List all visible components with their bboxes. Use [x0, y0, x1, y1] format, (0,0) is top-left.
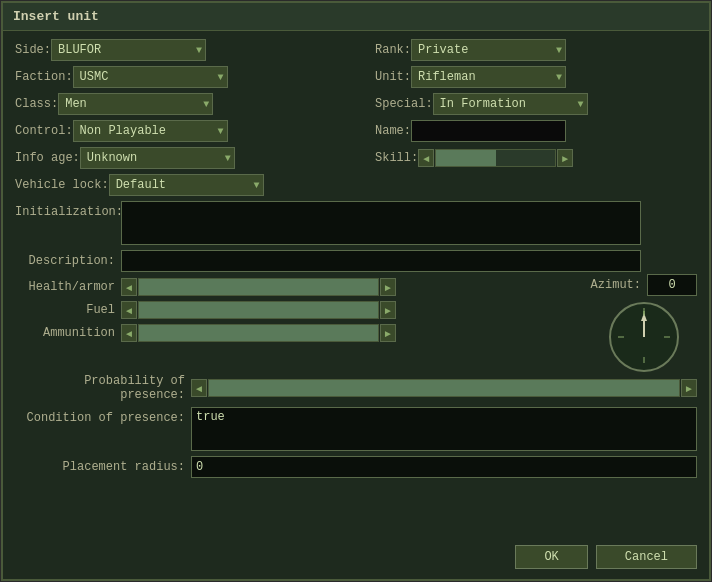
- cancel-button[interactable]: Cancel: [596, 545, 697, 569]
- special-select[interactable]: In Formation: [433, 93, 588, 115]
- ammunition-fill: [139, 325, 378, 341]
- placement-input[interactable]: [191, 456, 697, 478]
- rank-select[interactable]: Private: [411, 39, 566, 61]
- skill-increase-button[interactable]: ►: [557, 149, 573, 167]
- dialog-title-bar: Insert unit: [3, 3, 709, 31]
- ammunition-increase-button[interactable]: ►: [380, 324, 396, 342]
- probability-slider-container: ◄ ►: [191, 379, 697, 397]
- faction-select-wrapper: USMC ▼: [73, 66, 228, 88]
- description-label: Description:: [15, 250, 115, 268]
- fuel-slider-container: ◄ ►: [121, 301, 396, 319]
- rank-select-wrapper: Private ▼: [411, 39, 566, 61]
- fuel-fill: [139, 302, 378, 318]
- description-input[interactable]: [121, 250, 641, 272]
- fuel-label: Fuel: [15, 303, 115, 317]
- fuel-increase-button[interactable]: ►: [380, 301, 396, 319]
- probability-decrease-button[interactable]: ◄: [191, 379, 207, 397]
- ok-button[interactable]: OK: [515, 545, 587, 569]
- azimut-input[interactable]: [647, 274, 697, 296]
- azimut-label: Azimut:: [591, 278, 641, 292]
- insert-unit-dialog: Insert unit Side: BLUFOR ▼ Rank: Private: [1, 1, 711, 581]
- fuel-decrease-button[interactable]: ◄: [121, 301, 137, 319]
- health-track[interactable]: [138, 278, 379, 296]
- initialization-label: Initialization:: [15, 201, 115, 219]
- health-fill: [139, 279, 378, 295]
- faction-select[interactable]: USMC: [73, 66, 228, 88]
- probability-fill: [209, 380, 679, 396]
- placement-label: Placement radius:: [15, 460, 185, 474]
- skill-decrease-button[interactable]: ◄: [418, 149, 434, 167]
- side-label: Side:: [15, 43, 51, 57]
- probability-increase-button[interactable]: ►: [681, 379, 697, 397]
- ammunition-slider-container: ◄ ►: [121, 324, 396, 342]
- info-age-select[interactable]: Unknown: [80, 147, 235, 169]
- side-select[interactable]: BLUFOR: [51, 39, 206, 61]
- control-select[interactable]: Non Playable: [73, 120, 228, 142]
- skill-track[interactable]: [435, 149, 556, 167]
- name-input[interactable]: [411, 120, 566, 142]
- probability-label: Probability of presence:: [15, 374, 185, 402]
- name-label: Name:: [375, 124, 411, 138]
- compass-svg: [614, 307, 674, 367]
- health-label: Health/armor: [15, 280, 115, 294]
- ammunition-label: Ammunition: [15, 326, 115, 340]
- skill-slider-container: ◄ ►: [418, 149, 573, 167]
- control-label: Control:: [15, 124, 73, 138]
- class-label: Class:: [15, 97, 58, 111]
- control-select-wrapper: Non Playable ▼: [73, 120, 228, 142]
- info-age-label: Info age:: [15, 151, 80, 165]
- compass-dial[interactable]: [609, 302, 679, 372]
- health-slider-container: ◄ ►: [121, 278, 396, 296]
- fuel-track[interactable]: [138, 301, 379, 319]
- ammunition-decrease-button[interactable]: ◄: [121, 324, 137, 342]
- rank-label: Rank:: [375, 43, 411, 57]
- dialog-buttons: OK Cancel: [515, 545, 697, 569]
- unit-select[interactable]: Rifleman: [411, 66, 566, 88]
- condition-label: Condition of presence:: [15, 407, 185, 425]
- special-select-wrapper: In Formation ▼: [433, 93, 588, 115]
- special-label: Special:: [375, 97, 433, 111]
- initialization-input[interactable]: [121, 201, 641, 245]
- vehicle-lock-select[interactable]: Default: [109, 174, 264, 196]
- skill-label: Skill:: [375, 151, 418, 165]
- unit-select-wrapper: Rifleman ▼: [411, 66, 566, 88]
- unit-label: Unit:: [375, 70, 411, 84]
- health-decrease-button[interactable]: ◄: [121, 278, 137, 296]
- compass-north-tick: [643, 308, 644, 316]
- dialog-title: Insert unit: [13, 9, 99, 24]
- info-age-select-wrapper: Unknown ▼: [80, 147, 235, 169]
- condition-input[interactable]: true: [191, 407, 697, 451]
- class-select-wrapper: Men ▼: [58, 93, 213, 115]
- ammunition-track[interactable]: [138, 324, 379, 342]
- probability-track[interactable]: [208, 379, 680, 397]
- vehicle-lock-select-wrapper: Default ▼: [109, 174, 264, 196]
- class-select[interactable]: Men: [58, 93, 213, 115]
- faction-label: Faction:: [15, 70, 73, 84]
- vehicle-lock-label: Vehicle lock:: [15, 178, 109, 192]
- side-select-wrapper: BLUFOR ▼: [51, 39, 206, 61]
- health-increase-button[interactable]: ►: [380, 278, 396, 296]
- skill-fill: [436, 150, 496, 166]
